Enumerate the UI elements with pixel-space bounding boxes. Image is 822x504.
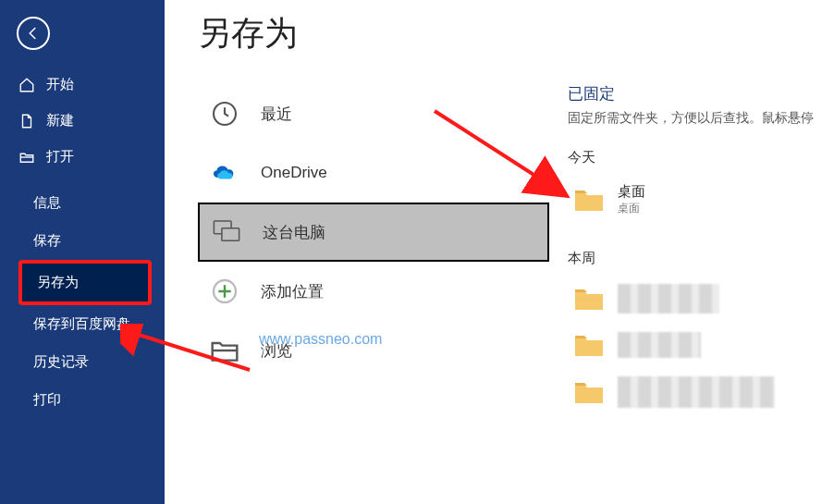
home-icon (18, 77, 35, 93)
location-onedrive[interactable]: OneDrive (198, 143, 549, 203)
sidebar-item-baidu[interactable]: 保存到百度网盘 (0, 305, 165, 343)
sidebar-item-open[interactable]: 打开 (0, 139, 165, 175)
main-content: 另存为 最近 OneDrive (165, 0, 822, 504)
location-recent[interactable]: 最近 (198, 84, 549, 143)
sidebar-item-label: 打开 (46, 148, 74, 166)
folder-item-blurred[interactable] (568, 323, 822, 367)
group-week: 本周 (568, 250, 822, 267)
sidebar-item-info[interactable]: 信息 (0, 184, 165, 222)
svg-rect-2 (222, 228, 239, 241)
folder-open-icon (18, 149, 35, 166)
sidebar-item-label: 打印 (33, 391, 61, 409)
location-list: 最近 OneDrive 这台电脑 (198, 84, 549, 380)
blurred-text (618, 284, 719, 313)
pinned-title: 已固定 (568, 83, 822, 104)
location-add[interactable]: 添加位置 (198, 262, 549, 321)
arrow-left-icon (25, 25, 42, 42)
clock-icon (209, 98, 240, 129)
location-label: 浏览 (261, 340, 292, 362)
folder-path: 桌面 (618, 201, 645, 216)
sidebar-item-label: 另存为 (37, 274, 79, 291)
sidebar-item-save[interactable]: 保存 (0, 222, 165, 260)
sidebar-item-label: 信息 (33, 194, 61, 212)
sidebar-item-new[interactable]: 新建 (0, 103, 165, 139)
location-label: 添加位置 (261, 281, 324, 302)
annotation-highlight-saveas: 另存为 (18, 260, 152, 305)
sidebar-item-home[interactable]: 开始 (0, 67, 165, 103)
folder-icon (573, 187, 605, 213)
page-title: 另存为 (198, 11, 549, 56)
sidebar-item-history[interactable]: 历史记录 (0, 343, 165, 381)
blurred-text (618, 376, 775, 408)
sidebar-item-saveas[interactable]: 另存为 (22, 264, 148, 301)
add-location-icon (209, 276, 240, 307)
file-icon (18, 113, 35, 129)
folder-icon (573, 332, 605, 358)
onedrive-icon (209, 157, 240, 189)
folder-icon (573, 379, 605, 405)
folder-name: 桌面 (618, 183, 645, 201)
sidebar-item-label: 历史记录 (33, 353, 89, 371)
location-browse[interactable]: 浏览 (198, 321, 549, 380)
sidebar-item-label: 开始 (46, 76, 74, 93)
pinned-subtitle: 固定所需文件夹，方便以后查找。鼠标悬停 (568, 110, 822, 127)
sidebar-item-label: 新建 (46, 112, 74, 129)
sidebar-item-label: 保存 (33, 232, 61, 250)
back-button[interactable] (17, 17, 50, 50)
this-pc-icon (211, 216, 242, 248)
browse-icon (209, 335, 240, 366)
location-this-pc[interactable]: 这台电脑 (198, 203, 549, 262)
location-label: 这台电脑 (263, 222, 325, 243)
folder-item-blurred[interactable] (568, 275, 822, 323)
sidebar-item-label: 保存到百度网盘 (33, 315, 130, 333)
folder-item-desktop[interactable]: 桌面 桌面 (568, 174, 822, 226)
location-label: 最近 (261, 104, 292, 125)
sidebar-item-print[interactable]: 打印 (0, 381, 165, 419)
sidebar: 开始 新建 打开 信息 保存 另存为 保存到百度网盘 (0, 0, 165, 504)
folder-icon (573, 286, 605, 312)
location-label: OneDrive (261, 164, 327, 182)
folder-item-blurred[interactable] (568, 367, 822, 417)
group-today: 今天 (568, 149, 822, 166)
blurred-text (618, 332, 701, 358)
